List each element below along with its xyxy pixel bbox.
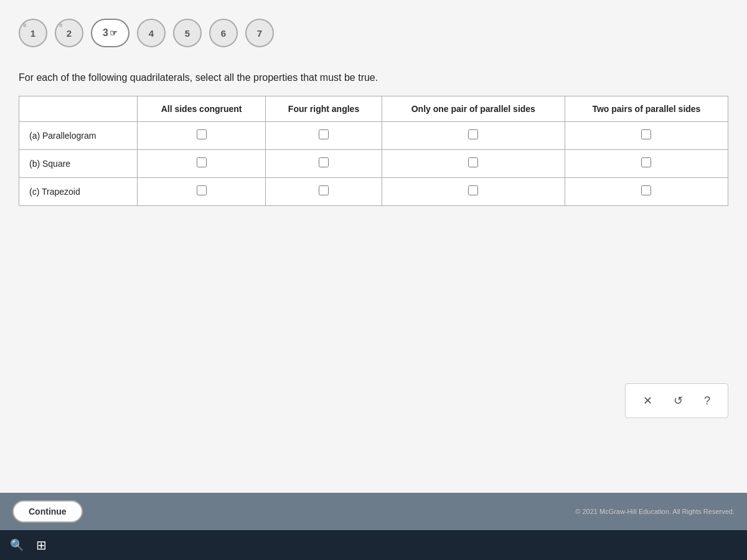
step-5[interactable]: 5 bbox=[173, 19, 202, 47]
col-header-sides-congruent: All sides congruent bbox=[137, 96, 265, 122]
cell-parallelogram-two-parallel bbox=[565, 122, 728, 150]
undo-button[interactable]: ↺ bbox=[669, 391, 688, 410]
checkbox-parallelogram-one-parallel[interactable] bbox=[468, 129, 478, 139]
cell-square-two-parallel bbox=[565, 150, 728, 178]
action-buttons-panel: ✕ ↺ ? bbox=[625, 383, 728, 418]
step-3-label: 3 bbox=[103, 27, 108, 39]
checkbox-square-angles[interactable] bbox=[319, 157, 329, 167]
col-header-right-angles: Four right angles bbox=[266, 96, 382, 122]
cursor-icon: ☞ bbox=[110, 28, 118, 38]
step-7-label: 7 bbox=[257, 28, 262, 39]
cell-trapezoid-one-parallel bbox=[382, 178, 565, 206]
checkbox-square-two-parallel[interactable] bbox=[641, 157, 651, 167]
checkbox-square-one-parallel[interactable] bbox=[468, 157, 478, 167]
checkbox-trapezoid-two-parallel[interactable] bbox=[641, 185, 651, 195]
cell-square-one-parallel bbox=[382, 150, 565, 178]
properties-table: All sides congruent Four right angles On… bbox=[19, 96, 728, 206]
table-row: (a) Parallelogram bbox=[19, 122, 728, 150]
checkbox-trapezoid-sides[interactable] bbox=[197, 185, 207, 195]
widget-icon[interactable]: ⊞ bbox=[36, 538, 47, 553]
step-navigation: ≡ 1 ≡ 2 3 ☞ 4 5 6 7 bbox=[19, 12, 728, 54]
cell-parallelogram-one-parallel bbox=[382, 122, 565, 150]
step-4-label: 4 bbox=[149, 28, 154, 39]
taskbar: 🔍 ⊞ bbox=[0, 530, 747, 560]
col-header-one-parallel: Only one pair of parallel sides bbox=[382, 96, 565, 122]
checkbox-trapezoid-one-parallel[interactable] bbox=[468, 185, 478, 195]
help-button[interactable]: ? bbox=[699, 392, 715, 410]
cell-parallelogram-angles bbox=[266, 122, 382, 150]
continue-button[interactable]: Continue bbox=[12, 500, 83, 523]
step-5-label: 5 bbox=[185, 28, 190, 39]
table-row: (b) Square bbox=[19, 150, 728, 178]
step-4[interactable]: 4 bbox=[137, 19, 166, 47]
step-1[interactable]: ≡ 1 bbox=[19, 19, 47, 47]
checkbox-trapezoid-angles[interactable] bbox=[319, 185, 329, 195]
step-7[interactable]: 7 bbox=[245, 19, 274, 47]
step-6-label: 6 bbox=[221, 28, 226, 39]
bottom-bar: Continue © 2021 McGraw-Hill Education. A… bbox=[0, 493, 747, 530]
row-label-trapezoid: (c) Trapezoid bbox=[19, 178, 138, 206]
checkbox-square-sides[interactable] bbox=[197, 157, 207, 167]
step-2-label: 2 bbox=[67, 28, 72, 39]
cell-parallelogram-sides bbox=[137, 122, 265, 150]
search-icon[interactable]: 🔍 bbox=[10, 538, 24, 552]
copyright-text: © 2021 McGraw-Hill Education. All Rights… bbox=[575, 508, 735, 515]
step-2[interactable]: ≡ 2 bbox=[55, 19, 83, 47]
cell-trapezoid-two-parallel bbox=[565, 178, 728, 206]
row-label-parallelogram: (a) Parallelogram bbox=[19, 122, 138, 150]
cell-square-angles bbox=[266, 150, 382, 178]
cell-square-sides bbox=[137, 150, 265, 178]
step-6[interactable]: 6 bbox=[209, 19, 238, 47]
close-button[interactable]: ✕ bbox=[638, 391, 657, 410]
col-header-empty bbox=[19, 96, 138, 122]
checkbox-parallelogram-sides[interactable] bbox=[197, 129, 207, 139]
table-row: (c) Trapezoid bbox=[19, 178, 728, 206]
checkbox-parallelogram-angles[interactable] bbox=[319, 129, 329, 139]
col-header-two-parallel: Two pairs of parallel sides bbox=[565, 96, 728, 122]
cell-trapezoid-angles bbox=[266, 178, 382, 206]
row-label-square: (b) Square bbox=[19, 150, 138, 178]
question-text: For each of the following quadrilaterals… bbox=[19, 72, 728, 83]
cell-trapezoid-sides bbox=[137, 178, 265, 206]
step-3[interactable]: 3 ☞ bbox=[91, 19, 129, 47]
checkbox-parallelogram-two-parallel[interactable] bbox=[641, 129, 651, 139]
step-1-label: 1 bbox=[31, 28, 35, 39]
